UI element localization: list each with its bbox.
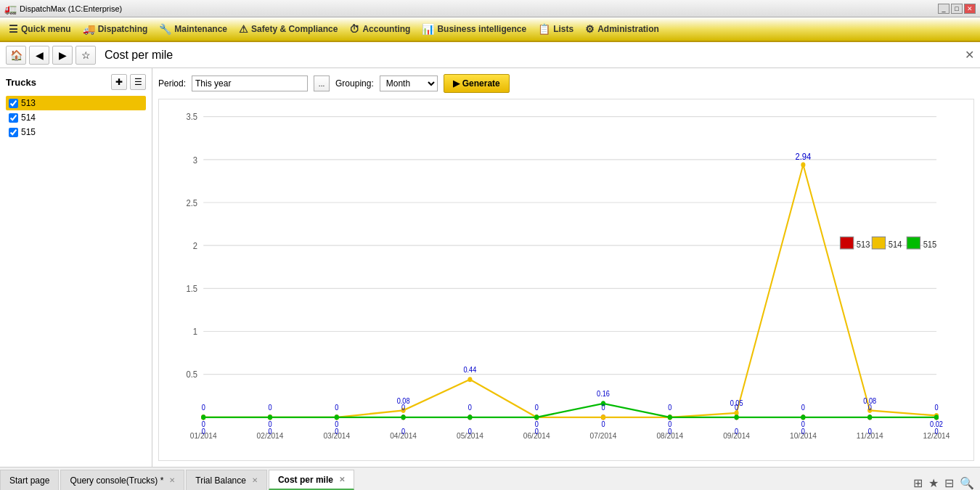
tab-cost-per-mile-label: Cost per mile [278, 475, 333, 485]
truck-checkbox-515[interactable] [9, 128, 18, 137]
menu-administration[interactable]: ⚙ Administration [579, 20, 665, 38]
truck-label-513: 513 [21, 98, 36, 108]
chart-container: 3.5 3 2.5 2 1.5 1 0.5 01/2014 02/2014 03… [158, 99, 974, 461]
svg-text:0: 0 [468, 428, 473, 436]
menu-lists[interactable]: 📋 Lists [532, 20, 579, 38]
svg-text:0: 0 [735, 428, 739, 436]
chart-svg: 3.5 3 2.5 2 1.5 1 0.5 01/2014 02/2014 03… [159, 99, 973, 460]
toolbar: 🏠 ◀ ▶ ☆ Cost per mile ✕ [0, 42, 980, 68]
svg-text:0.08: 0.08 [863, 396, 876, 405]
tab-trial-balance-label: Trial Balance [195, 475, 246, 486]
close-query-console-tab[interactable]: ✕ [169, 476, 175, 484]
grouping-label: Grouping: [335, 78, 374, 89]
dot-515-11 [867, 415, 872, 420]
tab-trial-balance[interactable]: Trial Balance ✕ [186, 470, 267, 490]
legend-color-515 [907, 237, 920, 249]
legend-color-513 [840, 237, 853, 249]
annotation-2.94: 2.94 [795, 151, 811, 162]
play-icon: ▶ [453, 78, 460, 89]
window-maximize[interactable]: □ [951, 4, 963, 14]
grouping-select[interactable]: Month Day Week Quarter Year [380, 75, 438, 91]
svg-text:0: 0 [868, 428, 873, 436]
period-browse-button[interactable]: ... [314, 75, 330, 91]
series-515 [203, 404, 936, 417]
clock-icon: ⏱ [349, 23, 359, 35]
menu-accounting[interactable]: ⏱ Accounting [343, 20, 416, 38]
period-label: Period: [158, 78, 186, 89]
tab-query-console[interactable]: Query console(Trucks) * ✕ [60, 470, 184, 490]
svg-text:0: 0 [934, 428, 939, 436]
svg-text:0: 0 [801, 428, 806, 436]
gear-icon: ⚙ [585, 23, 595, 35]
window-close[interactable]: ✕ [964, 4, 976, 14]
truck-checkbox-514[interactable] [9, 113, 18, 123]
left-panel: Trucks ✚ ☰ 513 514 515 [0, 68, 152, 467]
close-tab-button[interactable]: ✕ [965, 48, 974, 62]
dot-515-4 [401, 415, 406, 420]
tab-search-button[interactable]: 🔍 [960, 476, 974, 490]
page-title: Cost per mile [105, 49, 962, 62]
truck-item-514[interactable]: 514 [6, 110, 146, 125]
tab-layout-button[interactable]: ⊟ [944, 476, 954, 490]
list-settings-button[interactable]: ☰ [130, 74, 146, 90]
truck-label-514: 514 [21, 113, 36, 123]
dot-515-9 [735, 415, 739, 420]
truck-item-515[interactable]: 515 [6, 125, 146, 139]
dot-515-5 [467, 415, 472, 420]
truck-item-513[interactable]: 513 [6, 96, 146, 110]
svg-text:0: 0 [601, 404, 605, 412]
svg-text:0.44: 0.44 [463, 366, 476, 375]
home-button[interactable]: 🏠 [6, 46, 26, 65]
svg-text:0.08: 0.08 [397, 396, 410, 405]
truck-checkbox-513[interactable] [9, 99, 18, 108]
svg-text:0: 0 [268, 428, 272, 436]
close-trial-balance-tab[interactable]: ✕ [252, 476, 258, 484]
legend-label-513: 513 [857, 239, 870, 250]
svg-text:0: 0 [535, 428, 539, 436]
wrench-icon: 🔧 [159, 23, 171, 35]
svg-text:0: 0 [401, 428, 406, 436]
add-truck-button[interactable]: ✚ [111, 74, 127, 90]
close-cost-per-mile-tab[interactable]: ✕ [339, 475, 345, 483]
forward-button[interactable]: ▶ [52, 46, 73, 65]
truck-label-515: 515 [21, 127, 36, 137]
tab-cost-per-mile[interactable]: Cost per mile ✕ [269, 470, 354, 490]
main-content: Trucks ✚ ☰ 513 514 515 Period: ... Group [0, 68, 980, 467]
legend-color-514 [872, 237, 885, 249]
titlebar: 🚛 DispatchMax (1C:Enterprise) _ □ ✕ [0, 0, 980, 17]
warning-icon: ⚠ [239, 23, 248, 35]
svg-text:2: 2 [193, 240, 197, 251]
hamburger-icon: ☰ [9, 23, 18, 35]
svg-text:0: 0 [468, 404, 473, 412]
menu-maintenance[interactable]: 🔧 Maintenance [153, 20, 233, 38]
svg-text:1.5: 1.5 [186, 283, 197, 294]
svg-text:0: 0 [335, 404, 339, 412]
app-title: DispatchMax (1C:Enterprise) [20, 4, 122, 13]
bookmark-button[interactable]: ☆ [75, 46, 96, 65]
menu-safety[interactable]: ⚠ Safety & Compliance [233, 20, 343, 38]
svg-text:0: 0 [668, 428, 672, 436]
dot-514-5 [467, 377, 472, 382]
trucks-label: Trucks [6, 77, 108, 88]
window-minimize[interactable]: _ [938, 4, 950, 14]
svg-text:3.5: 3.5 [186, 112, 197, 123]
tab-start-page[interactable]: Start page [0, 470, 59, 490]
period-input[interactable] [192, 75, 308, 91]
window-controls: _ □ ✕ [938, 4, 976, 14]
menu-quick-menu[interactable]: ☰ Quick menu [3, 20, 77, 38]
menu-dispatching[interactable]: 🚚 Dispatching [77, 20, 154, 38]
tab-start-page-label: Start page [9, 475, 49, 486]
tab-star-button[interactable]: ★ [928, 476, 939, 490]
dot-514-10 [801, 162, 805, 167]
app-icon: 🚛 [4, 3, 17, 15]
svg-text:2.5: 2.5 [186, 197, 197, 208]
generate-button[interactable]: ▶ Generate [444, 74, 510, 93]
truck-icon: 🚚 [83, 23, 95, 35]
svg-text:0.5: 0.5 [186, 369, 197, 380]
tab-grid-button[interactable]: ⊞ [913, 476, 923, 490]
back-button[interactable]: ◀ [29, 46, 49, 65]
chart-area: Period: ... Grouping: Month Day Week Qua… [152, 68, 980, 467]
svg-text:0: 0 [801, 404, 806, 412]
svg-text:3: 3 [193, 155, 197, 166]
menu-business-intelligence[interactable]: 📊 Business intelligence [416, 20, 532, 38]
